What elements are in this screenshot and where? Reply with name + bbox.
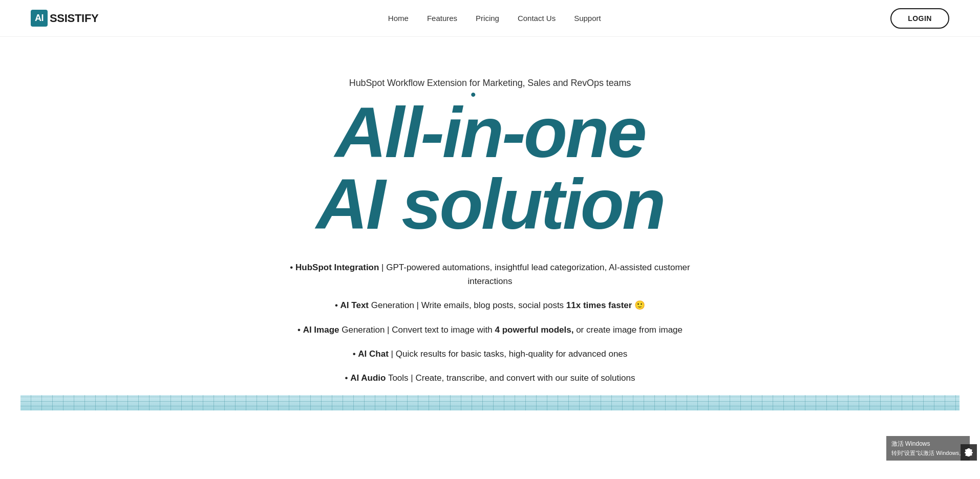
- feature-ai-image-suffix-rest: or create image from image: [573, 325, 683, 335]
- feature-ai-image-bold: AI Image: [303, 325, 339, 335]
- feature-ai-text-bold: AI Text: [340, 300, 369, 310]
- feature-ai-audio: • AI Audio Tools | Create, transcribe, a…: [345, 371, 635, 385]
- logo-text: SSISTIFY: [50, 12, 98, 25]
- login-button[interactable]: LOGIN: [890, 8, 949, 29]
- nav-item-contact[interactable]: Contact Us: [518, 14, 556, 23]
- hero-subtitle: HubSpot Workflow Extension for Marketing…: [349, 78, 631, 89]
- feature-ai-chat-prefix: •: [353, 349, 358, 359]
- nav-link-support[interactable]: Support: [574, 14, 601, 23]
- nav-link-pricing[interactable]: Pricing: [476, 14, 499, 23]
- nav-link-home[interactable]: Home: [388, 14, 409, 23]
- feature-ai-chat: • AI Chat | Quick results for basic task…: [353, 347, 628, 361]
- hero-section: HubSpot Workflow Extension for Marketing…: [0, 37, 980, 431]
- feature-ai-text: • AI Text Generation | Write emails, blo…: [335, 298, 645, 312]
- feature-ai-text-emoji: 🙂: [632, 300, 645, 310]
- nav-item-support[interactable]: Support: [574, 14, 601, 23]
- feature-hubspot-text: GPT-powered automations, insightful lead…: [386, 263, 690, 286]
- feature-ai-text-prefix: •: [335, 300, 340, 310]
- feature-hubspot-sep: |: [379, 263, 386, 272]
- navbar: AI SSISTIFY Home Features Pricing Contac…: [0, 0, 980, 37]
- feature-ai-audio-prefix: •: [345, 373, 351, 383]
- feature-ai-audio-bold: AI Audio: [350, 373, 386, 383]
- feature-ai-image-prefix: •: [297, 325, 303, 335]
- nav-links: Home Features Pricing Contact Us Support: [388, 14, 601, 23]
- hero-features: • HubSpot Integration | GPT-powered auto…: [280, 260, 700, 385]
- feature-hubspot-bold: HubSpot Integration: [295, 263, 379, 272]
- feature-ai-chat-bold: AI Chat: [358, 349, 389, 359]
- feature-ai-text-rest: Generation | Write emails, blog posts, s…: [369, 300, 566, 310]
- hero-title-line2: AI solution: [316, 168, 664, 240]
- circuit-decoration: [20, 395, 960, 410]
- feature-ai-text-suffix-bold: 11x times faster: [566, 300, 632, 310]
- logo-link[interactable]: AI SSISTIFY: [31, 10, 98, 27]
- feature-hubspot-prefix: •: [290, 263, 295, 272]
- nav-item-features[interactable]: Features: [427, 14, 457, 23]
- feature-hubspot: • HubSpot Integration | GPT-powered auto…: [280, 260, 700, 288]
- nav-link-features[interactable]: Features: [427, 14, 457, 23]
- feature-ai-audio-rest: Tools | Create, transcribe, and convert …: [386, 373, 635, 383]
- feature-ai-image-rest: Generation | Convert text to image with: [339, 325, 495, 335]
- feature-ai-image-suffix-bold: 4 powerful models,: [495, 325, 573, 335]
- feature-ai-chat-rest: | Quick results for basic tasks, high-qu…: [389, 349, 627, 359]
- hero-title-line1: All‑in‑one: [316, 97, 664, 168]
- nav-item-home[interactable]: Home: [388, 14, 409, 23]
- hero-title: All‑in‑one AI solution: [316, 97, 664, 240]
- feature-ai-image: • AI Image Generation | Convert text to …: [297, 323, 683, 337]
- nav-item-pricing[interactable]: Pricing: [476, 14, 499, 23]
- logo-box: AI: [31, 10, 48, 27]
- nav-link-contact[interactable]: Contact Us: [518, 14, 556, 23]
- title-dot: in: [442, 97, 502, 168]
